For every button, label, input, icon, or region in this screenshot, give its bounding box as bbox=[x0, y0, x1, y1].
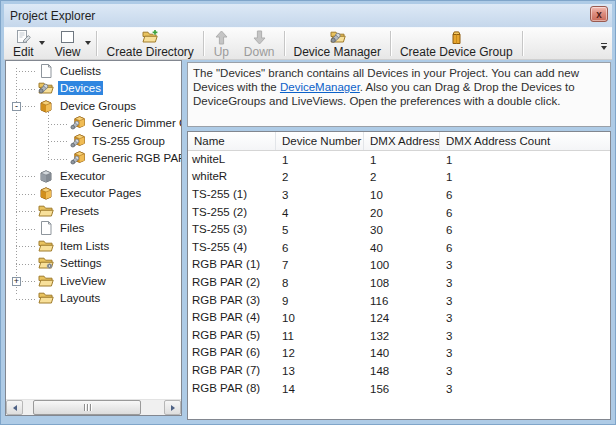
sidebar-item-files[interactable]: Files bbox=[6, 220, 181, 238]
dmx-address: 20 bbox=[364, 207, 440, 219]
device-number: 13 bbox=[276, 365, 364, 377]
column-header-name[interactable]: Name bbox=[188, 132, 276, 150]
device-icon: RGB PAR (2) bbox=[192, 276, 206, 290]
view-button[interactable]: View bbox=[48, 29, 95, 58]
sidebar-item-cuelists[interactable]: Cuelists bbox=[6, 62, 181, 80]
tree-item-label: Settings bbox=[58, 256, 104, 270]
expand-icon[interactable]: + bbox=[12, 277, 21, 286]
dmx-address-count: 6 bbox=[440, 224, 610, 236]
dmx-address-count: 3 bbox=[440, 330, 610, 342]
sidebar-item-ts-255-group[interactable]: TS-255 Group bbox=[6, 132, 181, 150]
table-row[interactable]: RGB PAR (5)111323 bbox=[188, 327, 610, 345]
device-number: 14 bbox=[276, 383, 364, 395]
tree-item-label: Generic Dimmer Group bbox=[90, 116, 181, 130]
sidebar-item-liveview[interactable]: +LiveView bbox=[6, 272, 181, 290]
branch-description: The "Devices" branch contains all Device… bbox=[187, 62, 611, 127]
sidebar-item-presets[interactable]: Presets bbox=[6, 202, 181, 220]
table-row[interactable]: RGB PAR (3)91163 bbox=[188, 292, 610, 310]
column-header-dmx-address-count[interactable]: DMX Address Count bbox=[440, 132, 610, 150]
sidebar-item-generic-dimmer-group[interactable]: Generic Dimmer Group bbox=[6, 115, 181, 133]
sidebar-item-layouts[interactable]: Layouts bbox=[6, 290, 181, 308]
device-icon: TS-255 (4) bbox=[192, 241, 206, 255]
table-row[interactable]: whiteL111 bbox=[188, 151, 610, 169]
group-icon bbox=[70, 115, 86, 131]
table-row[interactable]: TS-255 (1)3106 bbox=[188, 186, 610, 204]
window-title: Project Explorer bbox=[4, 9, 95, 23]
sidebar-item-item-lists[interactable]: Item Lists bbox=[6, 237, 181, 255]
device-manager-link[interactable]: DeviceManager bbox=[280, 81, 360, 93]
down-arrow-icon bbox=[251, 29, 268, 46]
device-icon: TS-255 (3) bbox=[192, 223, 206, 237]
dmx-address-count: 3 bbox=[440, 383, 610, 395]
tree-item-label: Layouts bbox=[58, 291, 102, 305]
right-arrow-icon bbox=[171, 405, 175, 411]
table-row[interactable]: RGB PAR (8)141563 bbox=[188, 380, 610, 398]
tree-item-label: Device Groups bbox=[58, 99, 138, 113]
device-number: 12 bbox=[276, 347, 364, 359]
device-number: 1 bbox=[276, 154, 364, 166]
scroll-left-button[interactable] bbox=[6, 400, 23, 415]
column-header-device-number[interactable]: Device Number bbox=[276, 132, 364, 150]
page-icon bbox=[38, 220, 54, 236]
tree-item-label: Generic RGB PAR Group bbox=[90, 151, 181, 165]
table-row[interactable]: TS-255 (4)6406 bbox=[188, 239, 610, 257]
sidebar-item-settings[interactable]: Settings bbox=[6, 255, 181, 273]
table-row[interactable]: TS-255 (2)4206 bbox=[188, 204, 610, 222]
toolbar-button-label: View bbox=[55, 46, 81, 59]
toolbar-buttons: EditViewCreate DirectoryUpDownDevice Man… bbox=[6, 29, 525, 58]
dmx-address-count: 6 bbox=[440, 242, 610, 254]
group-icon bbox=[70, 150, 86, 166]
project-tree: CuelistsDevices-Device GroupsGeneric Dim… bbox=[6, 62, 181, 398]
devices-folder-icon bbox=[38, 80, 54, 96]
table-row[interactable]: RGB PAR (7)131483 bbox=[188, 362, 610, 380]
create-directory-button[interactable]: Create Directory bbox=[99, 29, 200, 58]
scroll-right-button[interactable] bbox=[164, 400, 181, 415]
toolbar-button-label: Down bbox=[244, 46, 275, 59]
sidebar-item-executor-pages[interactable]: Executor Pages bbox=[6, 185, 181, 203]
sidebar-item-devices[interactable]: Devices bbox=[6, 80, 181, 98]
dmx-address: 40 bbox=[364, 242, 440, 254]
dmx-address-count: 3 bbox=[440, 295, 610, 307]
chevron-down-icon[interactable] bbox=[39, 41, 45, 45]
left-arrow-icon bbox=[13, 405, 17, 411]
dmx-address: 140 bbox=[364, 347, 440, 359]
sidebar-item-executor[interactable]: Executor bbox=[6, 167, 181, 185]
dmx-address-count: 1 bbox=[440, 154, 610, 166]
dmx-address: 10 bbox=[364, 189, 440, 201]
tree-horizontal-scrollbar[interactable] bbox=[6, 399, 181, 415]
device-icon: RGB PAR (5) bbox=[192, 329, 206, 343]
tree-item-label: Executor Pages bbox=[58, 186, 143, 200]
table-row[interactable]: RGB PAR (4)101243 bbox=[188, 309, 610, 327]
tree-item-label: TS-255 Group bbox=[90, 134, 167, 148]
dmx-address: 116 bbox=[364, 295, 440, 307]
sidebar-item-device-groups[interactable]: -Device Groups bbox=[6, 97, 181, 115]
create-directory-icon bbox=[142, 29, 159, 46]
close-button[interactable]: x bbox=[590, 6, 608, 22]
table-row[interactable]: TS-255 (3)5306 bbox=[188, 221, 610, 239]
toolbar-overflow-icon bbox=[601, 43, 607, 44]
toolbar-overflow-button[interactable] bbox=[598, 40, 610, 52]
device-icon: whiteR bbox=[192, 170, 206, 184]
scrollbar-thumb[interactable] bbox=[33, 400, 141, 415]
device-icon: RGB PAR (3) bbox=[192, 294, 206, 308]
collapse-icon[interactable]: - bbox=[12, 102, 21, 111]
dmx-address-count: 3 bbox=[440, 347, 610, 359]
sidebar-item-generic-rgb-par-group[interactable]: Generic RGB PAR Group bbox=[6, 150, 181, 168]
dmx-address-count: 1 bbox=[440, 171, 610, 183]
table-row[interactable]: whiteR221 bbox=[188, 169, 610, 187]
tree-item-label: Item Lists bbox=[58, 239, 111, 253]
edit-button[interactable]: Edit bbox=[6, 29, 48, 58]
table-row[interactable]: RGB PAR (6)121403 bbox=[188, 345, 610, 363]
toolbar-button-label: Create Directory bbox=[106, 46, 193, 59]
toolbar: EditViewCreate DirectoryUpDownDevice Man… bbox=[4, 27, 612, 60]
device-manager-button[interactable]: Device Manager bbox=[287, 29, 388, 58]
create-device-group-button[interactable]: Create Device Group bbox=[393, 29, 520, 58]
dmx-address-count: 3 bbox=[440, 312, 610, 324]
column-header-dmx-address[interactable]: DMX Address bbox=[364, 132, 440, 150]
device-icon: TS-255 (2) bbox=[192, 206, 206, 220]
device-number: 4 bbox=[276, 207, 364, 219]
dmx-address: 1 bbox=[364, 154, 440, 166]
chevron-down-icon[interactable] bbox=[85, 41, 91, 45]
table-row[interactable]: RGB PAR (2)81083 bbox=[188, 274, 610, 292]
table-row[interactable]: RGB PAR (1)71003 bbox=[188, 257, 610, 275]
